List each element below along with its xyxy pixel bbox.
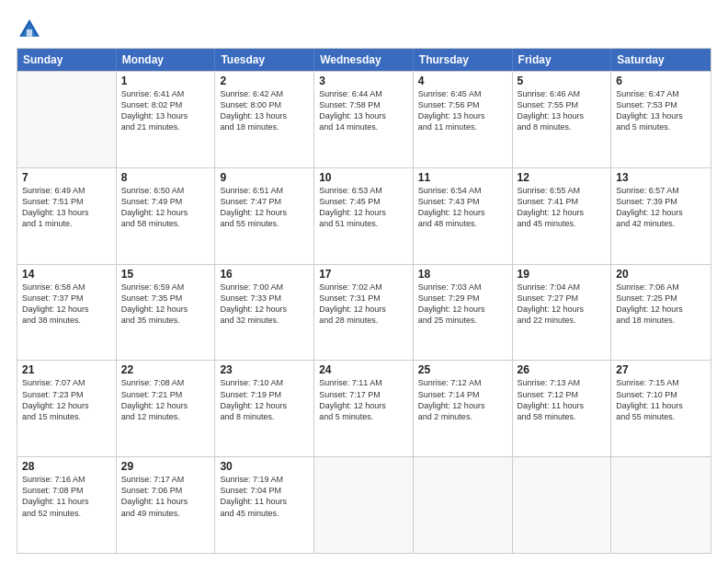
cell-line: Sunrise: 6:59 AM (121, 282, 210, 293)
calendar-cell: 3Sunrise: 6:44 AMSunset: 7:58 PMDaylight… (314, 72, 414, 167)
cell-line: Sunrise: 6:55 AM (518, 185, 607, 196)
cell-line: Sunset: 7:08 PM (22, 485, 111, 496)
calendar-cell: 1Sunrise: 6:41 AMSunset: 8:02 PMDaylight… (117, 72, 216, 167)
day-number: 18 (418, 268, 507, 281)
cell-line: Sunset: 7:10 PM (616, 389, 706, 400)
calendar-row-2: 7Sunrise: 6:49 AMSunset: 7:51 PMDaylight… (17, 167, 711, 264)
cell-line: Sunset: 7:04 PM (220, 485, 309, 496)
cell-line: Sunrise: 6:49 AM (22, 185, 111, 196)
calendar-cell: 24Sunrise: 7:11 AMSunset: 7:17 PMDayligh… (314, 361, 414, 456)
header-cell-sunday: Sunday (17, 49, 117, 71)
cell-line: and 18 minutes. (220, 121, 309, 132)
cell-line: Daylight: 13 hours (22, 207, 111, 218)
calendar-cell: 16Sunrise: 7:00 AMSunset: 7:33 PMDayligh… (215, 265, 314, 361)
day-number: 29 (121, 460, 210, 473)
cell-line: Daylight: 13 hours (319, 110, 408, 121)
cell-line: Daylight: 12 hours (220, 304, 309, 315)
cell-line: Sunset: 7:35 PM (121, 293, 210, 304)
cell-line: and 8 minutes. (220, 411, 309, 422)
cell-line: and 22 minutes. (518, 315, 607, 326)
header-cell-friday: Friday (513, 49, 612, 71)
header-cell-thursday: Thursday (414, 49, 513, 71)
cell-line: Daylight: 12 hours (121, 400, 210, 411)
calendar-cell (314, 457, 414, 553)
cell-line: Sunset: 7:56 PM (418, 99, 507, 110)
calendar-cell: 13Sunrise: 6:57 AMSunset: 7:39 PMDayligh… (611, 168, 711, 264)
calendar-cell (513, 457, 612, 553)
cell-line: Sunset: 7:31 PM (319, 293, 408, 304)
cell-line: Sunrise: 7:17 AM (121, 474, 210, 485)
calendar-cell (611, 457, 711, 553)
header-cell-monday: Monday (117, 49, 216, 71)
cell-line: and 11 minutes. (418, 121, 507, 132)
cell-line: Sunrise: 6:53 AM (319, 185, 408, 196)
cell-line: and 12 minutes. (121, 411, 210, 422)
cell-line: Sunset: 7:14 PM (418, 389, 507, 400)
cell-line: Sunset: 7:39 PM (616, 196, 706, 207)
day-number: 11 (418, 171, 507, 184)
day-number: 15 (121, 268, 210, 281)
calendar-cell: 6Sunrise: 6:47 AMSunset: 7:53 PMDaylight… (611, 72, 711, 167)
calendar-cell: 25Sunrise: 7:12 AMSunset: 7:14 PMDayligh… (414, 361, 513, 456)
calendar-cell: 20Sunrise: 7:06 AMSunset: 7:25 PMDayligh… (611, 265, 711, 361)
calendar-cell: 22Sunrise: 7:08 AMSunset: 7:21 PMDayligh… (117, 361, 216, 456)
cell-line: Sunrise: 6:57 AM (616, 185, 706, 196)
day-number: 19 (518, 268, 607, 281)
calendar-row-4: 21Sunrise: 7:07 AMSunset: 7:23 PMDayligh… (17, 360, 711, 456)
calendar-cell: 27Sunrise: 7:15 AMSunset: 7:10 PMDayligh… (611, 361, 711, 456)
cell-line: and 28 minutes. (319, 315, 408, 326)
cell-line: Sunrise: 7:00 AM (220, 282, 309, 293)
cell-line: Daylight: 13 hours (418, 110, 507, 121)
cell-line: and 38 minutes. (22, 315, 111, 326)
cell-line: Sunset: 7:21 PM (121, 389, 210, 400)
cell-line: Daylight: 12 hours (518, 304, 607, 315)
cell-line: and 32 minutes. (220, 315, 309, 326)
cell-line: Sunset: 7:25 PM (616, 293, 706, 304)
cell-line: Daylight: 12 hours (518, 207, 607, 218)
cell-line: Daylight: 12 hours (121, 304, 210, 315)
cell-line: Daylight: 11 hours (121, 496, 210, 507)
header (17, 17, 711, 42)
calendar-header: SundayMondayTuesdayWednesdayThursdayFrid… (17, 49, 711, 71)
cell-line: Daylight: 12 hours (220, 207, 309, 218)
calendar-body: 1Sunrise: 6:41 AMSunset: 8:02 PMDaylight… (17, 71, 711, 553)
day-number: 3 (319, 75, 408, 87)
cell-line: Sunrise: 6:51 AM (220, 185, 309, 196)
cell-line: and 2 minutes. (418, 411, 507, 422)
cell-line: Daylight: 11 hours (220, 496, 309, 507)
calendar-cell: 17Sunrise: 7:02 AMSunset: 7:31 PMDayligh… (314, 265, 414, 361)
logo-icon (17, 17, 42, 42)
calendar-cell: 9Sunrise: 6:51 AMSunset: 7:47 PMDaylight… (215, 168, 314, 264)
cell-line: Daylight: 13 hours (518, 110, 607, 121)
day-number: 17 (319, 268, 408, 281)
cell-line: Sunrise: 6:41 AM (121, 88, 210, 99)
cell-line: and 49 minutes. (121, 508, 210, 519)
cell-line: Sunset: 7:06 PM (121, 485, 210, 496)
calendar-row-5: 28Sunrise: 7:16 AMSunset: 7:08 PMDayligh… (17, 456, 711, 553)
calendar-cell: 18Sunrise: 7:03 AMSunset: 7:29 PMDayligh… (414, 265, 513, 361)
calendar-cell: 30Sunrise: 7:19 AMSunset: 7:04 PMDayligh… (215, 457, 314, 553)
cell-line: Sunrise: 7:12 AM (418, 377, 507, 388)
cell-line: and 35 minutes. (121, 315, 210, 326)
day-number: 30 (220, 460, 309, 473)
calendar-row-3: 14Sunrise: 6:58 AMSunset: 7:37 PMDayligh… (17, 264, 711, 361)
cell-line: Daylight: 12 hours (22, 304, 111, 315)
day-number: 26 (518, 363, 607, 376)
calendar-cell: 2Sunrise: 6:42 AMSunset: 8:00 PMDaylight… (215, 72, 314, 167)
cell-line: and 1 minute. (22, 218, 111, 229)
cell-line: and 48 minutes. (418, 218, 507, 229)
day-number: 10 (319, 171, 408, 184)
calendar: SundayMondayTuesdayWednesdayThursdayFrid… (17, 48, 711, 554)
cell-line: Sunset: 7:58 PM (319, 99, 408, 110)
day-number: 20 (616, 268, 706, 281)
cell-line: Daylight: 13 hours (616, 110, 706, 121)
cell-line: Sunrise: 7:19 AM (220, 474, 309, 485)
cell-line: Daylight: 12 hours (22, 400, 111, 411)
day-number: 24 (319, 363, 408, 376)
calendar-row-1: 1Sunrise: 6:41 AMSunset: 8:02 PMDaylight… (17, 71, 711, 167)
day-number: 6 (616, 75, 706, 87)
header-cell-wednesday: Wednesday (314, 49, 414, 71)
day-number: 22 (121, 363, 210, 376)
page: SundayMondayTuesdayWednesdayThursdayFrid… (0, 0, 728, 563)
day-number: 21 (22, 363, 111, 376)
